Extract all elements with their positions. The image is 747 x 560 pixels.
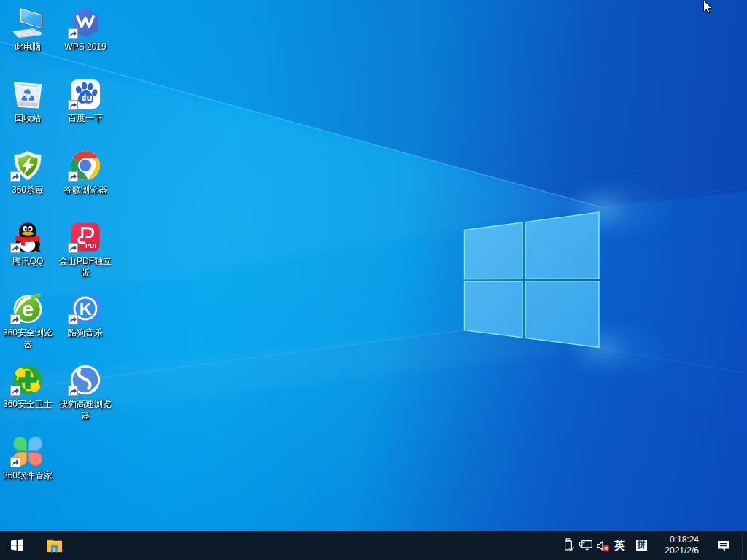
svg-text:PDF: PDF	[85, 242, 98, 249]
svg-text:K: K	[80, 299, 93, 319]
